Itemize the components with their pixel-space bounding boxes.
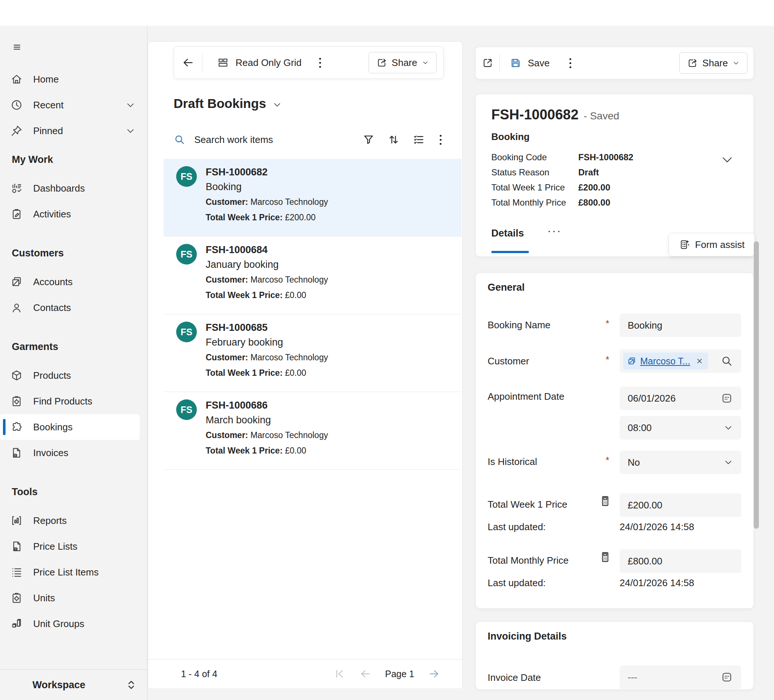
booking-price: Total Week 1 Price: £0.00 [206,365,461,381]
collapse-header-button[interactable] [720,152,734,167]
sidebar-item-contacts[interactable]: Contacts [0,295,147,320]
sidebar-item-find-products[interactable]: Find Products [0,388,147,414]
chevron-down-icon [720,152,734,167]
form-assist-button[interactable]: Form assist [668,233,755,256]
record-share-button[interactable]: Share [679,52,748,74]
products-icon [10,369,23,382]
sidebar-item-label: Dashboards [33,183,147,194]
booking-list-item-fsh-1000684[interactable]: FSFSH-1000684January bookingCustomer: Ma… [164,236,461,314]
form-assist-icon [679,239,691,251]
sidebar-item-reports[interactable]: Reports [0,508,147,533]
sidebar-item-price-list-items[interactable]: Price List Items [0,559,147,585]
view-selector[interactable]: Draft Bookings [174,96,282,111]
customer-link[interactable]: Marcoso T... [640,356,690,367]
grid-view-switcher[interactable]: Read Only Grid [202,57,301,69]
save-button[interactable]: Save [500,56,552,69]
open-external-icon [482,57,493,69]
share-icon [687,58,698,69]
scrollbar-thumb[interactable] [754,241,759,529]
sidebar-item-invoices[interactable]: Invoices [0,440,147,466]
sidebar-item-products[interactable]: Products [0,363,147,388]
sidebar-item-pinned[interactable]: Pinned [0,118,147,144]
booking-id: FSH-1000682 [206,165,461,180]
booking-customer: Customer: Marcoso Technology [206,272,461,287]
sidebar-group-my-work: My Work [0,154,147,165]
more-tabs-button[interactable]: ··· [545,224,564,237]
invoice-date-field[interactable]: --- [620,665,741,689]
avatar: FS [176,322,197,342]
list-item-text: FSH-1000686March bookingCustomer: Marcos… [206,392,461,458]
filter-button[interactable] [362,134,375,146]
save-status: - Saved [584,110,620,122]
sidebar-item-price-lists[interactable]: Price Lists [0,533,147,559]
unit-groups-icon [10,617,23,630]
list-share-button[interactable]: Share [369,52,437,73]
booking-name: March booking [206,413,461,428]
booking-id: FSH-1000685 [206,320,461,335]
dismiss-icon[interactable] [696,357,704,365]
booking-name: Booking [206,180,461,194]
workspace-switcher[interactable]: Workspace [0,669,147,700]
sidebar-item-recent[interactable]: Recent [0,92,147,118]
sidebar-item-dashboards[interactable]: Dashboards [0,175,147,201]
sort-button[interactable] [387,134,400,146]
record-entity-name: Booking [491,131,530,143]
sidebar-item-activities[interactable]: Activities [0,201,147,227]
back-arrow-icon [182,56,194,69]
chevron-down-icon[interactable] [723,423,733,433]
record-title-row: FSH-1000682 - Saved [491,107,619,123]
menu-toggle-button[interactable] [10,41,23,54]
total-monthly-price-field[interactable]: £800.00 [620,549,741,573]
chevron-down-icon [125,125,136,136]
sort-icon [387,134,400,146]
search-input[interactable]: Search work items [194,134,273,145]
list-more-button[interactable] [438,133,444,147]
calendar-icon[interactable] [721,392,733,404]
chevron-down-icon[interactable] [723,457,733,467]
previous-page-button[interactable] [359,668,371,680]
customer-lookup-field[interactable]: Marcoso T... [620,349,741,373]
next-page-button[interactable] [428,668,440,680]
sidebar-item-label: Home [33,74,147,85]
select-items-button[interactable] [412,134,425,146]
sidebar-item-label: Units [33,593,147,604]
total-week1-price-field[interactable]: £200.00 [620,493,741,517]
record-more-commands-button[interactable] [567,56,574,70]
sidebar-item-bookings[interactable]: Bookings [0,414,140,440]
appointment-time-field[interactable]: 08:00 [620,416,741,439]
booking-list-item-fsh-1000682[interactable]: FSFSH-1000682BookingCustomer: Marcoso Te… [164,159,461,236]
multiselect-list-icon [412,134,425,146]
required-indicator: * [605,354,609,365]
sidebar-item-home[interactable]: Home [0,66,147,92]
customer-lookup-pill: Marcoso T... [623,353,708,370]
booking-list-item-fsh-1000685[interactable]: FSFSH-1000685February bookingCustomer: M… [164,314,461,392]
total-monthly-price-label: Total Monthly Price [488,555,569,566]
contacts-icon [10,301,23,314]
is-historical-field[interactable]: No [620,451,741,474]
sidebar-item-label: Bookings [33,421,140,433]
record-summary-fields: Booking CodeFSH-1000682 Status ReasonDra… [491,150,633,210]
save-icon [509,57,522,69]
sidebar-group-tools: Tools [0,486,147,498]
appointment-date-field[interactable]: 06/01/2026 [620,386,741,410]
booking-name-field[interactable]: Booking [620,314,741,337]
sidebar-item-accounts[interactable]: Accounts [0,269,147,295]
dashboards-icon [10,182,23,195]
list-search-row: Search work items [174,125,444,154]
open-record-button[interactable] [476,47,499,79]
tab-details[interactable]: Details [491,228,524,239]
grid-view-icon [217,57,229,69]
calendar-icon[interactable] [721,671,733,683]
view-more-button[interactable] [317,56,323,70]
summary-row: Booking CodeFSH-1000682 [491,150,633,165]
list-item-text: FSH-1000685February bookingCustomer: Mar… [206,314,461,381]
appointment-date-label: Appointment Date [488,391,564,402]
sidebar-item-unit-groups[interactable]: Unit Groups [0,611,147,637]
sidebar-item-units[interactable]: Units [0,585,147,611]
back-button[interactable] [174,47,202,78]
booking-list-item-fsh-1000686[interactable]: FSFSH-1000686March bookingCustomer: Marc… [164,392,461,470]
sidebar-item-label: Recent [33,99,125,111]
arrow-right-icon [428,668,440,680]
first-page-button[interactable] [334,668,346,680]
lookup-search-icon[interactable] [721,355,733,367]
